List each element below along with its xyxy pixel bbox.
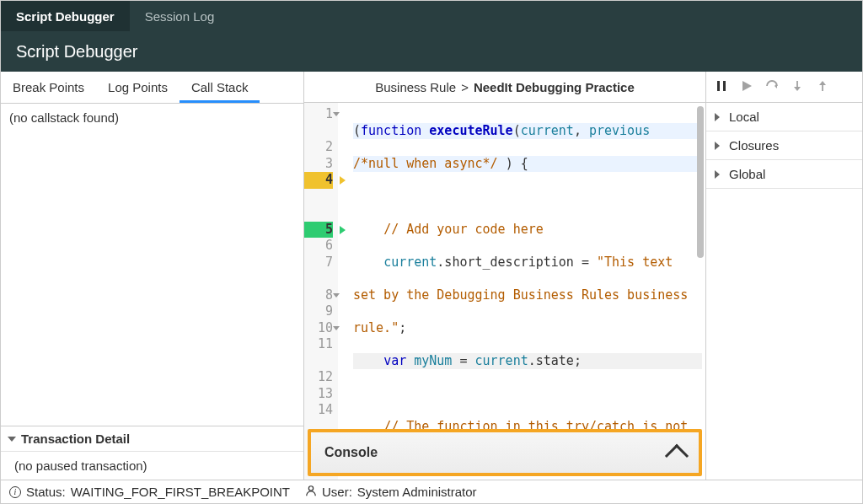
caret-down-icon	[8, 437, 16, 442]
page-title: Script Debugger	[1, 31, 862, 72]
scope-local[interactable]: Local	[706, 103, 862, 131]
breakpoint-markers	[338, 103, 350, 480]
svg-marker-3	[775, 83, 777, 88]
user-label: User:	[322, 485, 352, 499]
status-bar: i Status: WAITING_FOR_FIRST_BREAKPOINT U…	[1, 480, 862, 503]
caret-right-icon	[715, 170, 724, 179]
svg-marker-2	[742, 81, 752, 91]
caret-right-icon	[715, 142, 724, 150]
breadcrumb-separator: >	[461, 80, 469, 94]
code-content[interactable]: (function executeRule(current, previous …	[350, 103, 705, 480]
debug-controls	[706, 72, 862, 103]
tab-script-debugger[interactable]: Script Debugger	[1, 1, 130, 31]
scope-local-label: Local	[729, 110, 759, 124]
user-icon	[305, 485, 317, 499]
breadcrumb-type: Business Rule	[375, 80, 456, 94]
callstack-empty-text: (no callstack found)	[9, 110, 119, 125]
scope-global[interactable]: Global	[706, 160, 862, 189]
user-value: System Administrator	[357, 485, 477, 499]
svg-rect-0	[717, 81, 720, 91]
svg-marker-7	[819, 81, 826, 85]
status-value: WAITING_FOR_FIRST_BREAKPOINT	[71, 485, 290, 499]
resume-button[interactable]	[740, 79, 753, 95]
left-subtab-bar: Break Points Log Points Call Stack	[1, 72, 303, 104]
breadcrumb-name: NeedIt Debugging Practice	[474, 80, 635, 94]
tab-session-log[interactable]: Session Log	[130, 1, 230, 31]
info-icon: i	[9, 486, 21, 498]
step-into-button[interactable]	[791, 79, 804, 95]
pause-button[interactable]	[715, 79, 728, 95]
current-line-marker-icon	[338, 222, 350, 239]
console-label: Console	[324, 445, 378, 460]
top-tab-bar: Script Debugger Session Log	[1, 1, 862, 31]
code-editor[interactable]: 1 2 3 4 5 6 7 8 9 10 11 12 13 14	[304, 103, 705, 480]
transaction-detail-body: (no paused transaction)	[1, 452, 303, 480]
breakpoint-marker-icon	[338, 172, 350, 189]
scope-global-label: Global	[729, 167, 765, 181]
chevron-up-icon	[665, 444, 689, 468]
transaction-empty-text: (no paused transaction)	[14, 458, 147, 473]
subtab-logpoints[interactable]: Log Points	[96, 72, 180, 103]
subtab-breakpoints[interactable]: Break Points	[1, 72, 96, 103]
subtab-callstack[interactable]: Call Stack	[180, 72, 260, 103]
breadcrumb: Business Rule > NeedIt Debugging Practic…	[304, 72, 705, 103]
step-out-button[interactable]	[816, 79, 829, 95]
step-over-button[interactable]	[765, 79, 779, 95]
scope-closures-label: Closures	[729, 138, 779, 153]
svg-point-8	[308, 486, 313, 491]
console-panel-toggle[interactable]: Console	[308, 429, 702, 476]
svg-rect-1	[723, 81, 726, 91]
editor-scrollbar[interactable]	[697, 106, 704, 258]
svg-marker-5	[794, 87, 801, 91]
line-gutter[interactable]: 1 2 3 4 5 6 7 8 9 10 11 12 13 14	[304, 103, 338, 480]
transaction-detail-header[interactable]: Transaction Detail	[1, 426, 303, 452]
callstack-panel: (no callstack found)	[1, 104, 303, 426]
caret-right-icon	[715, 113, 724, 121]
scope-closures[interactable]: Closures	[706, 131, 862, 160]
transaction-detail-label: Transaction Detail	[21, 432, 130, 446]
status-label: Status:	[26, 485, 66, 499]
